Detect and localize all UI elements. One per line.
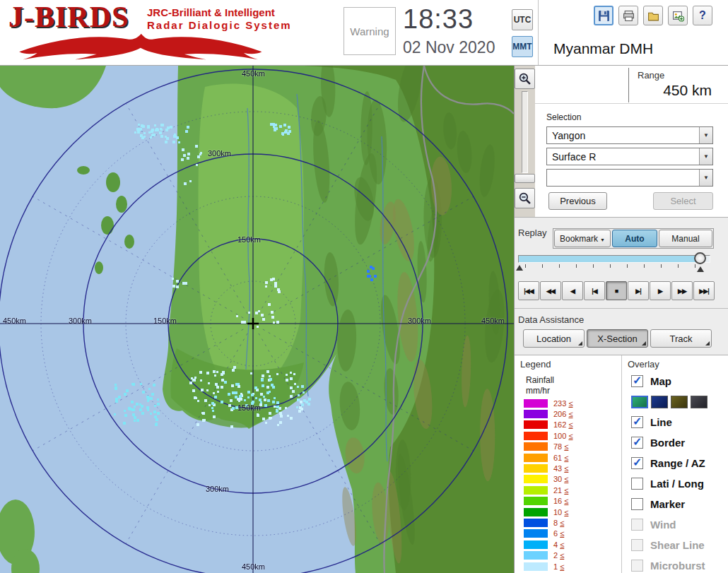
checkbox	[631, 539, 643, 551]
replay-manual-button[interactable]: Manual	[659, 230, 712, 247]
overlay-item-range-az[interactable]: Range / AZ	[626, 453, 728, 473]
fast-forward-button[interactable]: ▶▶	[671, 281, 693, 300]
step-back-button[interactable]: |◀	[584, 281, 605, 300]
app-logo-title: J-BIRDS	[8, 0, 129, 34]
overlay-item-wind[interactable]: Wind	[626, 514, 728, 535]
legend-threshold: 78 ≤	[553, 442, 568, 451]
radar-map-viewport[interactable]: 450km300km150km150km300km450km450km300km…	[0, 66, 514, 573]
print-button[interactable]	[618, 6, 638, 25]
overlay-item-line[interactable]: Line	[626, 412, 728, 432]
replay-auto-button[interactable]: Auto	[612, 230, 657, 247]
map-style-terrain-green[interactable]	[631, 396, 648, 408]
open-folder-button[interactable]	[643, 6, 663, 25]
overlay-item-lati-long[interactable]: Lati / Long	[626, 473, 728, 494]
legend-entry: 100 ≤	[518, 430, 621, 441]
site-dropdown[interactable]: Yangon ▼	[546, 126, 713, 144]
previous-button[interactable]: Previous	[548, 192, 607, 210]
overlay-item-border[interactable]: Border	[626, 432, 728, 453]
help-button[interactable]: ?	[693, 6, 712, 25]
dropdown-corner-icon	[642, 341, 646, 345]
replay-timeline-thumb[interactable]	[694, 252, 706, 264]
header-bar: J-BIRDS JRC-Brilliant & Intelligent Rada…	[0, 0, 728, 66]
jump-start-button[interactable]: |◀◀	[518, 281, 539, 300]
timezone-utc-button[interactable]: UTC	[512, 9, 533, 30]
overlay-item-marker[interactable]: Marker	[626, 494, 728, 514]
media-controls: |◀◀◀◀◀|◀■▶|▶▶▶▶▶|	[518, 281, 715, 300]
legend-subtitle-unit: mm/hr	[526, 386, 550, 396]
rewind-button[interactable]: ◀◀	[540, 281, 561, 300]
section-divider	[535, 103, 728, 104]
stop-button[interactable]: ■	[606, 281, 627, 300]
location-button[interactable]: Location	[523, 329, 585, 348]
zoom-out-button[interactable]	[515, 188, 535, 208]
checkbox[interactable]	[631, 437, 643, 449]
extra-dropdown[interactable]: ▼	[546, 169, 713, 187]
checkbox[interactable]	[631, 457, 643, 469]
overlay-label: Marker	[650, 498, 685, 510]
legend-color-swatch	[524, 529, 548, 538]
replay-label: Replay	[518, 228, 546, 238]
step-forward-button[interactable]: ▶|	[628, 281, 649, 300]
checkbox[interactable]	[631, 498, 643, 510]
timeline-start-marker	[516, 265, 523, 271]
zoom-in-button[interactable]	[515, 69, 535, 89]
map-style-navy[interactable]	[651, 396, 668, 408]
legend-threshold: 43 ≤	[553, 464, 568, 473]
bookmark-button[interactable]: Bookmark▼	[554, 230, 611, 247]
overlay-item-microburst[interactable]: Microburst	[626, 555, 728, 573]
map-style-dark-gray[interactable]	[691, 396, 708, 408]
bookmark-label: Bookmark	[560, 234, 598, 244]
track-button[interactable]: Track	[650, 329, 712, 348]
zoom-in-icon	[518, 72, 532, 85]
timezone-mmt-button[interactable]: MMT	[512, 36, 533, 57]
zoom-slider-thumb[interactable]	[515, 174, 535, 183]
chevron-down-icon[interactable]: ▼	[699, 148, 712, 165]
play-reverse-button[interactable]: ◀	[562, 281, 583, 300]
replay-timeline-slider[interactable]	[518, 255, 710, 263]
map-style-olive[interactable]	[671, 396, 688, 408]
legend-color-swatch	[524, 454, 548, 462]
zoom-out-icon	[518, 191, 532, 205]
jump-end-button[interactable]: ▶▶|	[693, 281, 715, 300]
product-dropdown[interactable]: Surface R ▼	[546, 148, 713, 165]
legend-threshold: 100 ≤	[553, 432, 573, 440]
legend-entry: 10 ≤	[518, 507, 621, 517]
legend-threshold: 4 ≤	[553, 540, 564, 549]
legend-entry: 4 ≤	[518, 539, 621, 550]
terrain-map	[0, 66, 514, 573]
x-section-button[interactable]: X-Section	[587, 329, 648, 348]
zoom-slider-track[interactable]	[522, 91, 528, 173]
station-title: Myanmar DMH	[553, 40, 653, 57]
checkbox[interactable]	[631, 416, 643, 428]
legend-color-swatch	[524, 486, 548, 495]
add-image-button[interactable]	[668, 6, 688, 25]
legend-color-swatch	[524, 497, 548, 505]
section-divider	[515, 308, 728, 309]
select-button[interactable]: Select	[653, 192, 713, 210]
legend-threshold: 162 ≤	[553, 420, 573, 429]
checkbox[interactable]	[631, 478, 643, 490]
site-dropdown-value: Yangon	[552, 130, 585, 141]
legend-color-swatch	[524, 432, 548, 440]
legend-threshold: 61 ≤	[553, 454, 568, 462]
overlay-item-map[interactable]: Map	[626, 371, 728, 391]
save-button[interactable]	[594, 6, 613, 25]
timeline-end-marker	[697, 266, 704, 272]
legend-threshold: 30 ≤	[553, 475, 568, 483]
legend-entry: 233 ≤	[518, 398, 621, 408]
legend-color-swatch	[524, 399, 548, 408]
app-logo-subtitle-2: Radar Dialogic System	[147, 19, 292, 31]
play-button[interactable]: ▶	[650, 281, 671, 300]
warning-label: Warning	[350, 25, 389, 37]
legend-entry: 8 ≤	[518, 517, 621, 528]
selection-label: Selection	[546, 112, 581, 122]
chevron-down-icon[interactable]: ▼	[699, 170, 712, 186]
range-label: Range	[638, 70, 664, 81]
checkbox[interactable]	[631, 375, 643, 387]
overlay-item-shear-line[interactable]: Shear Line	[626, 535, 728, 555]
warning-indicator[interactable]: Warning	[344, 7, 396, 55]
data-assistance-label: Data Assistance	[518, 314, 584, 325]
chevron-down-icon[interactable]: ▼	[699, 127, 712, 143]
legend-entry: 2 ≤	[518, 550, 621, 560]
legend-threshold: 10 ≤	[553, 508, 568, 516]
